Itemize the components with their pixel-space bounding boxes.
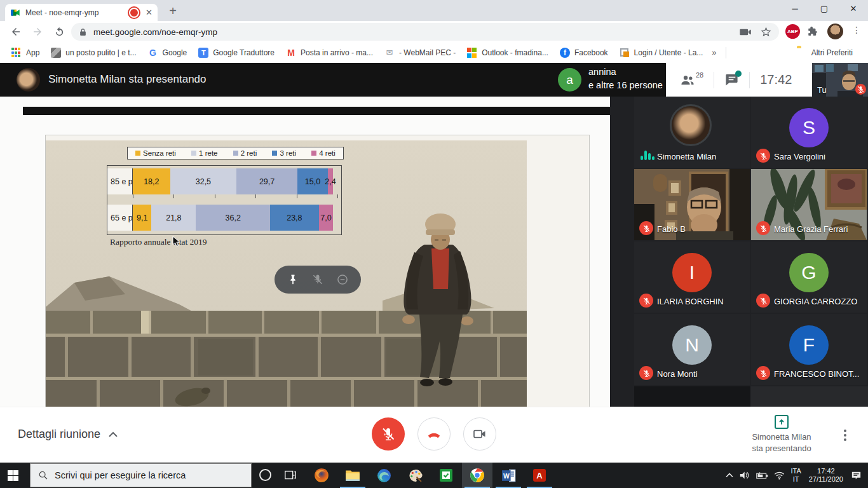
participant-tile[interactable]: SSara Vergolini — [751, 97, 867, 168]
mic-toggle-button[interactable] — [372, 417, 405, 451]
volume-icon[interactable] — [740, 471, 750, 480]
clock-date[interactable]: 17:4227/11/2020 — [809, 467, 843, 484]
muted-mic-icon — [756, 149, 770, 163]
participant-tile[interactable]: IILARIA BORGHIN — [634, 241, 750, 313]
reload-button[interactable] — [51, 24, 67, 40]
back-button[interactable] — [8, 24, 24, 40]
chart-legend: Senza reti1 rete2 reti3 reti4 reti — [127, 147, 344, 159]
bookmark-item[interactable]: Login / Utente - La... — [620, 48, 703, 58]
hangup-button[interactable] — [417, 417, 451, 451]
participant-tile[interactable]: Fabio B — [634, 169, 750, 240]
participant-name: ILARIA BORGHIN — [657, 297, 724, 306]
tray-chevron-icon[interactable] — [725, 472, 734, 478]
extensions-puzzle-icon[interactable] — [804, 24, 821, 40]
remove-participant-button[interactable] — [336, 273, 349, 286]
bar-segment: 7,0 — [319, 205, 334, 231]
participant-name: Fabio B — [657, 224, 686, 234]
cortana-button[interactable] — [259, 469, 271, 481]
taskbar-green-check-icon[interactable] — [431, 463, 461, 488]
tab-close-icon[interactable]: ✕ — [146, 8, 153, 17]
bookmark-label: - WebMail PEC - — [399, 48, 456, 57]
browser-profile-avatar[interactable] — [827, 24, 843, 39]
bookmark-item[interactable]: fFacebook — [560, 48, 608, 58]
chat-button[interactable] — [724, 72, 739, 87]
category-label: 65 e più — [107, 205, 133, 231]
adblock-extension-icon[interactable]: ABP — [785, 24, 800, 39]
people-button[interactable]: 28 — [680, 72, 703, 88]
meet-favicon-icon — [10, 8, 20, 18]
taskbar-search-input[interactable]: Scrivi qui per eseguire la ricerca — [30, 463, 252, 487]
participant-name: Maria Grazia Ferrari — [774, 224, 848, 234]
meet-header-controls: 28 17:42 — [666, 63, 812, 97]
meet-header: Simonetta Milan sta presentando a annina… — [0, 63, 868, 97]
taskbar-word-icon[interactable]: W — [493, 463, 524, 488]
taskbar-edge-icon[interactable] — [369, 463, 399, 488]
envelope-icon: ✉ — [384, 48, 395, 58]
bookmark-item[interactable]: un posto pulito | e t... — [51, 48, 136, 58]
forward-button[interactable] — [29, 24, 46, 40]
system-tray: ITAIT 17:4227/11/2020 — [725, 463, 868, 488]
presenting-banner: Simonetta Milan sta presentando — [48, 73, 207, 86]
letter-avatar: G — [789, 253, 829, 292]
bookmark-item[interactable]: GGoogle — [148, 48, 187, 58]
taskbar-file-explorer-icon[interactable] — [337, 463, 368, 488]
tab-capture-icon[interactable] — [740, 27, 752, 37]
legend-item: Senza reti — [135, 149, 176, 157]
window-close-button[interactable]: ✕ — [839, 0, 868, 19]
bookmark-item[interactable]: App — [11, 47, 39, 58]
svg-text:W: W — [503, 473, 509, 480]
bookmarks-bar: Appun posto pulito | e t...GGoogleTGoogl… — [0, 42, 868, 63]
bookmark-item[interactable]: TGoogle Traduttore — [198, 48, 275, 58]
camera-toggle-button[interactable] — [463, 417, 496, 451]
people-icon — [680, 72, 695, 88]
taskbar-task-view-icon[interactable] — [275, 463, 306, 488]
bookmark-label: Google — [163, 48, 187, 57]
pin-button[interactable] — [287, 273, 299, 286]
battery-icon[interactable] — [756, 471, 768, 480]
participant-count: 28 — [696, 71, 703, 79]
bar-segment: 18,2 — [133, 168, 170, 194]
action-center-icon[interactable] — [851, 471, 862, 480]
bar-segment: 15,0 — [297, 168, 328, 194]
self-view-tile[interactable]: Tu — [812, 63, 868, 97]
bar-segment: 2,4 — [328, 168, 333, 194]
bar-segment: 23,8 — [270, 205, 319, 231]
window-maximize-button[interactable]: ▢ — [810, 0, 839, 19]
browser-menu-icon[interactable]: ⋮ — [852, 25, 861, 35]
participant-tile[interactable]: NNora Monti — [634, 314, 750, 385]
other-bookmarks-button[interactable]: Altri Preferiti — [797, 48, 853, 58]
wifi-icon[interactable] — [774, 471, 785, 480]
bar-segment: 32,5 — [170, 168, 237, 194]
meeting-details-button[interactable]: Dettagli riunione — [18, 428, 118, 441]
participant-tile[interactable]: Maria Grazia Ferrari — [751, 169, 867, 240]
bookmark-star-icon[interactable] — [761, 27, 771, 37]
taskbar-paint-icon[interactable] — [400, 463, 430, 488]
tile-actions-toolbar — [275, 266, 361, 294]
bookmark-item[interactable]: Outlook - fmadina... — [467, 47, 548, 58]
muted-mic-icon — [756, 294, 770, 308]
bookmarks-overflow-icon[interactable]: » — [712, 48, 716, 57]
bookmark-item[interactable]: ✉- WebMail PEC - — [384, 48, 456, 58]
participant-tile[interactable]: GGIORGIA CARROZZO — [751, 241, 867, 313]
taskbar-chrome-icon[interactable] — [462, 463, 492, 488]
new-tab-button[interactable]: + — [164, 3, 182, 20]
taskbar-acrobat-icon[interactable]: A — [524, 463, 555, 488]
participants-chip-avatar[interactable]: a — [558, 68, 581, 92]
screen: Meet - noe-emqr-ymp ✕ + ─ ▢ ✕ meet.googl… — [0, 0, 868, 488]
mute-participant-button[interactable] — [311, 273, 324, 286]
participants-sidebar: Simonetta MilanSSara VergoliniFabio BMar… — [610, 97, 868, 407]
window-minimize-button[interactable]: ─ — [780, 0, 810, 19]
taskbar-firefox-icon[interactable] — [306, 463, 337, 488]
participant-tile[interactable]: Simonetta Milan — [634, 97, 750, 168]
participant-tile[interactable]: FFRANCESCO BINOT... — [751, 314, 867, 385]
browser-tab[interactable]: Meet - noe-emqr-ymp ✕ — [5, 4, 158, 21]
bookmark-item[interactable]: MPosta in arrivo - ma... — [286, 48, 373, 58]
camera-icon — [472, 426, 487, 442]
partial-tile — [751, 386, 868, 407]
more-options-icon[interactable] — [844, 428, 846, 443]
start-button[interactable] — [8, 470, 18, 481]
address-bar[interactable]: meet.google.com/noe-emqr-ymp — [71, 23, 779, 41]
gmail-icon: M — [286, 48, 296, 58]
legend-item: 1 rete — [191, 149, 217, 157]
language-indicator[interactable]: ITAIT — [790, 467, 801, 484]
